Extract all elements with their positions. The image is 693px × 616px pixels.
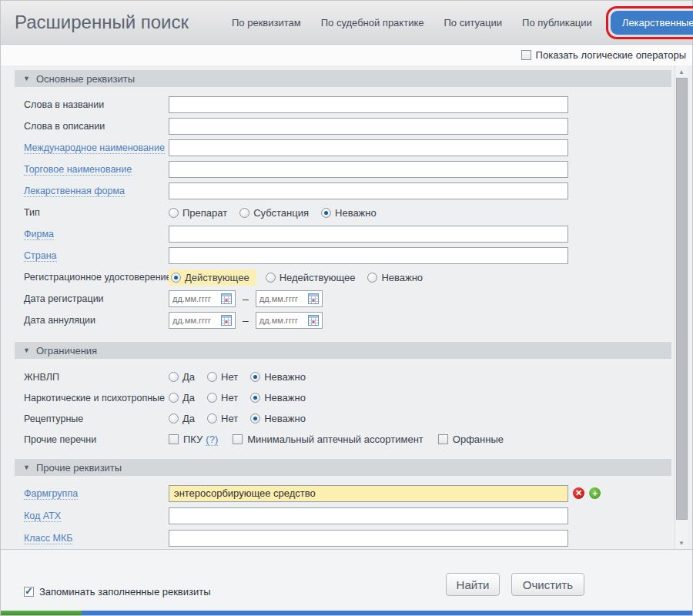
international-name-link[interactable]: Международное наименование <box>24 142 165 154</box>
other-lists-checkbox-group: ПКУ (?) Минимальный аптечный ассортимент… <box>169 434 518 446</box>
calendar-icon[interactable] <box>308 293 319 304</box>
bottom-strip-green <box>1 611 82 615</box>
show-operators-label: Показать логические операторы <box>536 49 686 61</box>
scrollbar-thumb[interactable] <box>676 78 688 520</box>
clear-button[interactable]: Очистить <box>511 573 584 596</box>
tab-po-rekvizitam[interactable]: По реквизитам <box>232 17 301 28</box>
min-assortment-checkbox[interactable] <box>233 434 243 444</box>
show-operators-checkbox[interactable] <box>521 50 531 60</box>
page-title: Расширенный поиск <box>15 12 189 33</box>
tab-lekarstvennye-sredstva[interactable]: Лекарственные средства <box>611 11 693 35</box>
section-other-header[interactable]: ▼ Прочие реквизиты <box>15 459 671 476</box>
radio-da-label: Да <box>182 371 195 383</box>
annul-date-to-input[interactable] <box>259 316 304 325</box>
radio-da-label: Да <box>182 392 195 403</box>
country-input[interactable] <box>169 247 568 264</box>
section-restrictions-rows: ЖНВЛП Да Нет Неважно Наркотические и пси… <box>15 367 678 450</box>
words-in-description-input[interactable] <box>169 118 568 135</box>
section-other-title: Прочие реквизиты <box>36 462 122 474</box>
radio-type-nevazhno[interactable] <box>321 208 331 218</box>
atc-code-link[interactable]: Код АТХ <box>24 511 61 522</box>
company-input[interactable] <box>169 226 568 243</box>
annul-date-from-input[interactable] <box>172 316 217 325</box>
radio-deystvuyushchee[interactable] <box>171 273 181 283</box>
section-main-rows: Слова в названии Слова в описании Междун… <box>15 94 678 331</box>
collapse-triangle-icon: ▼ <box>23 75 30 82</box>
form-row: Класс МКБ <box>24 527 678 549</box>
red-annotation-outline: Лекарственные средства <box>606 6 693 39</box>
add-value-icon[interactable]: ＋ <box>589 487 601 499</box>
radio-prescription-da[interactable] <box>169 413 179 424</box>
radio-narcotic-net[interactable] <box>207 393 217 403</box>
company-link[interactable]: Фирма <box>24 229 54 240</box>
collapse-triangle-icon: ▼ <box>23 346 30 354</box>
pharm-group-link[interactable]: Фармгруппа <box>24 488 78 500</box>
radio-substancia[interactable] <box>239 208 249 218</box>
form-row: Код АТХ <box>24 504 678 527</box>
atc-code-input[interactable] <box>169 507 568 524</box>
form-row: Фармгруппа ✕ ＋ <box>24 482 678 504</box>
scroll-down-icon[interactable]: ▼ <box>675 537 688 549</box>
tab-bar: По реквизитам По судебной практике По си… <box>212 6 693 39</box>
form-row: Лекарственная форма <box>24 180 678 202</box>
dosage-form-link[interactable]: Лекарственная форма <box>24 186 125 197</box>
radio-zhnvlp-net[interactable] <box>207 372 217 382</box>
words-in-name-input[interactable] <box>169 96 568 113</box>
annul-date-label: Дата аннуляции <box>24 315 169 326</box>
form-row: Дата регистрации – <box>24 288 678 310</box>
pku-checkbox[interactable] <box>169 434 179 444</box>
form-row: Торговое наименование <box>24 159 678 180</box>
footer-bar: Запоминать заполненные реквизиты Найти О… <box>1 549 692 612</box>
tab-po-sudebnoy-praktike[interactable]: По судебной практике <box>321 17 424 28</box>
form-row: Прочие перечни ПКУ (?) Минимальный аптеч… <box>24 429 678 450</box>
delete-value-icon[interactable]: ✕ <box>573 487 584 499</box>
orphan-checkbox[interactable] <box>438 434 448 444</box>
scroll-up-icon[interactable]: ▲ <box>675 65 688 78</box>
international-name-input[interactable] <box>169 139 568 156</box>
vertical-scrollbar[interactable]: ▲ ▼ <box>675 65 688 549</box>
calendar-icon[interactable] <box>221 315 232 326</box>
radio-zhnvlp-nevazhno[interactable] <box>250 372 260 382</box>
radio-net-label: Нет <box>221 392 238 403</box>
radio-narcotic-nevazhno[interactable] <box>250 393 260 403</box>
tab-po-publikacii[interactable]: По публикации <box>522 17 592 28</box>
trade-name-link[interactable]: Торговое наименование <box>24 164 132 176</box>
country-link[interactable]: Страна <box>24 250 57 262</box>
mkb-class-link[interactable]: Класс МКБ <box>24 533 72 544</box>
advanced-search-window: Расширенный поиск По реквизитам По судеб… <box>0 0 693 616</box>
find-button[interactable]: Найти <box>446 573 500 596</box>
narcotic-label: Наркотические и психотропные <box>24 393 169 403</box>
dosage-form-input[interactable] <box>169 182 568 199</box>
radio-deystvuyushchee-label: Действующее <box>185 272 249 283</box>
pku-label: ПКУ <box>183 434 203 445</box>
calendar-icon[interactable] <box>221 293 232 304</box>
radio-nedeystvuyushchee[interactable] <box>266 273 276 283</box>
calendar-icon[interactable] <box>308 315 319 326</box>
radio-prescription-net[interactable] <box>207 413 217 424</box>
pku-hint-link[interactable]: (?) <box>206 434 218 446</box>
remember-checkbox[interactable] <box>24 587 34 597</box>
zhnvlp-radio-group: Да Нет Неважно <box>169 371 318 383</box>
section-main-header[interactable]: ▼ Основные реквизиты <box>15 70 671 87</box>
radio-zhnvlp-da[interactable] <box>169 372 179 382</box>
radio-type-nevazhno-label: Неважно <box>335 207 377 219</box>
section-restrictions-header[interactable]: ▼ Ограничения <box>15 342 671 359</box>
pharm-group-input[interactable] <box>169 485 568 502</box>
reg-date-from <box>169 290 236 307</box>
reg-date-from-input[interactable] <box>172 294 217 303</box>
annul-date-from <box>169 312 236 329</box>
radio-preparat[interactable] <box>169 208 179 218</box>
annul-date-to <box>256 312 323 329</box>
radio-regcert-nevazhno[interactable] <box>367 273 377 283</box>
tab-po-situacii[interactable]: По ситуации <box>444 17 502 28</box>
radio-prescription-nevazhno[interactable] <box>250 413 260 424</box>
narcotic-radio-group: Да Нет Неважно <box>169 392 318 403</box>
reg-cert-radio-group: Действующее Недействующее Неважно <box>169 270 435 286</box>
mkb-class-input[interactable] <box>169 530 568 547</box>
radio-nevazhno-label: Неважно <box>264 413 306 424</box>
radio-da-label: Да <box>182 413 195 424</box>
reg-date-to-input[interactable] <box>259 294 304 303</box>
section-other-rows: Фармгруппа ✕ ＋ Код АТХ Класс МКБ <box>15 482 678 549</box>
radio-narcotic-da[interactable] <box>169 393 179 403</box>
trade-name-input[interactable] <box>169 161 568 178</box>
